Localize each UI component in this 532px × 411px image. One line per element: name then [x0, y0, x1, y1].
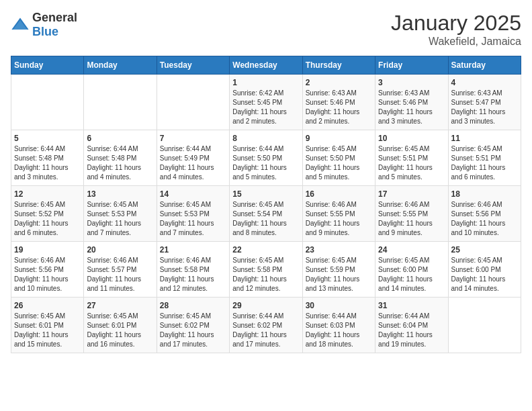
- day-number: 7: [160, 134, 226, 143]
- calendar-cell: 3Sunrise: 6:43 AMSunset: 5:46 PMDaylight…: [375, 75, 448, 130]
- day-number: 27: [87, 301, 153, 310]
- cell-content: Sunrise: 6:45 AMSunset: 6:01 PMDaylight:…: [87, 312, 153, 349]
- calendar-cell: 12Sunrise: 6:45 AMSunset: 5:52 PMDayligh…: [11, 186, 84, 242]
- calendar-cell: 10Sunrise: 6:45 AMSunset: 5:51 PMDayligh…: [375, 130, 448, 186]
- cell-content: Sunrise: 6:45 AMSunset: 5:54 PMDaylight:…: [232, 200, 299, 238]
- calendar-cell: 16Sunrise: 6:46 AMSunset: 5:55 PMDayligh…: [302, 186, 375, 242]
- cell-content: Sunrise: 6:45 AMSunset: 5:58 PMDaylight:…: [232, 256, 299, 293]
- calendar-cell: 25Sunrise: 6:45 AMSunset: 6:00 PMDayligh…: [448, 242, 521, 298]
- calendar-cell: 13Sunrise: 6:45 AMSunset: 5:53 PMDayligh…: [84, 186, 157, 242]
- day-number: 3: [378, 78, 445, 87]
- calendar-cell: 30Sunrise: 6:44 AMSunset: 6:03 PMDayligh…: [302, 298, 375, 353]
- day-header-saturday: Saturday: [448, 56, 521, 75]
- day-number: 29: [232, 301, 299, 310]
- day-number: 20: [87, 245, 153, 255]
- week-row-4: 19Sunrise: 6:46 AMSunset: 5:56 PMDayligh…: [11, 242, 521, 298]
- logo-text-blue: Blue: [32, 25, 58, 38]
- cell-content: Sunrise: 6:42 AMSunset: 5:45 PMDaylight:…: [232, 89, 299, 126]
- day-number: 15: [232, 189, 299, 199]
- calendar-cell: 5Sunrise: 6:44 AMSunset: 5:48 PMDaylight…: [11, 130, 84, 186]
- day-number: 18: [451, 189, 518, 199]
- day-number: 6: [87, 134, 153, 143]
- cell-content: Sunrise: 6:44 AMSunset: 5:50 PMDaylight:…: [232, 144, 299, 182]
- calendar-cell: [448, 298, 521, 353]
- calendar-cell: 17Sunrise: 6:46 AMSunset: 5:55 PMDayligh…: [375, 186, 448, 242]
- day-number: 9: [306, 134, 372, 143]
- calendar-cell: 8Sunrise: 6:44 AMSunset: 5:50 PMDaylight…: [230, 130, 302, 186]
- day-number: 30: [306, 301, 372, 310]
- day-header-wednesday: Wednesday: [230, 56, 302, 75]
- cell-content: Sunrise: 6:43 AMSunset: 5:46 PMDaylight:…: [306, 89, 372, 126]
- calendar-cell: 14Sunrise: 6:45 AMSunset: 5:53 PMDayligh…: [157, 186, 229, 242]
- cell-content: Sunrise: 6:43 AMSunset: 5:46 PMDaylight:…: [378, 89, 445, 126]
- day-number: 16: [306, 189, 372, 199]
- cell-content: Sunrise: 6:44 AMSunset: 6:03 PMDaylight:…: [306, 312, 372, 349]
- day-header-monday: Monday: [84, 56, 157, 75]
- cell-content: Sunrise: 6:45 AMSunset: 5:51 PMDaylight:…: [451, 144, 518, 182]
- calendar-cell: 20Sunrise: 6:46 AMSunset: 5:57 PMDayligh…: [84, 242, 157, 298]
- logo-icon: [11, 15, 30, 34]
- cell-content: Sunrise: 6:46 AMSunset: 5:58 PMDaylight:…: [160, 256, 226, 293]
- logo-text-general: General: [32, 11, 77, 24]
- day-number: 10: [378, 134, 445, 143]
- week-row-1: 1Sunrise: 6:42 AMSunset: 5:45 PMDaylight…: [11, 75, 521, 130]
- day-number: 24: [378, 245, 445, 255]
- calendar-cell: 26Sunrise: 6:45 AMSunset: 6:01 PMDayligh…: [11, 298, 84, 353]
- calendar-cell: 4Sunrise: 6:43 AMSunset: 5:47 PMDaylight…: [448, 75, 521, 130]
- cell-content: Sunrise: 6:45 AMSunset: 5:59 PMDaylight:…: [306, 256, 372, 293]
- cell-content: Sunrise: 6:43 AMSunset: 5:47 PMDaylight:…: [451, 89, 518, 126]
- day-number: 17: [378, 189, 445, 199]
- calendar-cell: 29Sunrise: 6:44 AMSunset: 6:02 PMDayligh…: [230, 298, 302, 353]
- calendar-cell: 11Sunrise: 6:45 AMSunset: 5:51 PMDayligh…: [448, 130, 521, 186]
- calendar-cell: 24Sunrise: 6:45 AMSunset: 6:00 PMDayligh…: [375, 242, 448, 298]
- cell-content: Sunrise: 6:46 AMSunset: 5:57 PMDaylight:…: [87, 256, 153, 293]
- cell-content: Sunrise: 6:45 AMSunset: 5:50 PMDaylight:…: [306, 144, 372, 182]
- cell-content: Sunrise: 6:46 AMSunset: 5:55 PMDaylight:…: [306, 200, 372, 238]
- cell-content: Sunrise: 6:46 AMSunset: 5:56 PMDaylight:…: [451, 200, 518, 238]
- calendar-cell: 27Sunrise: 6:45 AMSunset: 6:01 PMDayligh…: [84, 298, 157, 353]
- calendar-cell: [157, 75, 229, 130]
- cell-content: Sunrise: 6:45 AMSunset: 6:00 PMDaylight:…: [451, 256, 518, 293]
- day-number: 13: [87, 189, 153, 199]
- cell-content: Sunrise: 6:45 AMSunset: 5:52 PMDaylight:…: [14, 200, 81, 238]
- cell-content: Sunrise: 6:45 AMSunset: 5:53 PMDaylight:…: [87, 200, 153, 238]
- day-number: 14: [160, 189, 226, 199]
- calendar-cell: 6Sunrise: 6:44 AMSunset: 5:48 PMDaylight…: [84, 130, 157, 186]
- calendar-cell: 18Sunrise: 6:46 AMSunset: 5:56 PMDayligh…: [448, 186, 521, 242]
- cell-content: Sunrise: 6:44 AMSunset: 5:48 PMDaylight:…: [87, 144, 153, 182]
- day-number: 4: [451, 78, 518, 87]
- day-number: 28: [160, 301, 226, 310]
- day-number: 12: [14, 189, 81, 199]
- calendar-cell: 31Sunrise: 6:44 AMSunset: 6:04 PMDayligh…: [375, 298, 448, 353]
- day-number: 23: [306, 245, 372, 255]
- week-row-5: 26Sunrise: 6:45 AMSunset: 6:01 PMDayligh…: [11, 298, 521, 353]
- cell-content: Sunrise: 6:44 AMSunset: 6:04 PMDaylight:…: [378, 312, 445, 349]
- week-row-3: 12Sunrise: 6:45 AMSunset: 5:52 PMDayligh…: [11, 186, 521, 242]
- day-header-thursday: Thursday: [302, 56, 375, 75]
- logo: General Blue: [11, 11, 77, 39]
- calendar-table: SundayMondayTuesdayWednesdayThursdayFrid…: [11, 56, 521, 353]
- calendar-cell: 23Sunrise: 6:45 AMSunset: 5:59 PMDayligh…: [302, 242, 375, 298]
- day-header-tuesday: Tuesday: [157, 56, 229, 75]
- calendar-cell: [84, 75, 157, 130]
- calendar-cell: 22Sunrise: 6:45 AMSunset: 5:58 PMDayligh…: [230, 242, 302, 298]
- cell-content: Sunrise: 6:45 AMSunset: 5:51 PMDaylight:…: [378, 144, 445, 182]
- calendar-cell: 7Sunrise: 6:44 AMSunset: 5:49 PMDaylight…: [157, 130, 229, 186]
- day-number: 2: [306, 78, 372, 87]
- day-header-sunday: Sunday: [11, 56, 84, 75]
- cell-content: Sunrise: 6:44 AMSunset: 5:48 PMDaylight:…: [14, 144, 81, 182]
- calendar-cell: 9Sunrise: 6:45 AMSunset: 5:50 PMDaylight…: [302, 130, 375, 186]
- calendar-cell: 28Sunrise: 6:45 AMSunset: 6:02 PMDayligh…: [157, 298, 229, 353]
- day-number: 5: [14, 134, 81, 143]
- location: Wakefield, Jamaica: [391, 36, 521, 48]
- month-title: January 2025: [391, 11, 521, 36]
- cell-content: Sunrise: 6:44 AMSunset: 5:49 PMDaylight:…: [160, 144, 226, 182]
- cell-content: Sunrise: 6:46 AMSunset: 5:55 PMDaylight:…: [378, 200, 445, 238]
- day-number: 31: [378, 301, 445, 310]
- page-header: General Blue January 2025 Wakefield, Jam…: [11, 11, 521, 48]
- day-number: 21: [160, 245, 226, 255]
- cell-content: Sunrise: 6:45 AMSunset: 6:02 PMDaylight:…: [160, 312, 226, 349]
- cell-content: Sunrise: 6:45 AMSunset: 6:00 PMDaylight:…: [378, 256, 445, 293]
- cell-content: Sunrise: 6:45 AMSunset: 5:53 PMDaylight:…: [160, 200, 226, 238]
- title-area: January 2025 Wakefield, Jamaica: [391, 11, 521, 48]
